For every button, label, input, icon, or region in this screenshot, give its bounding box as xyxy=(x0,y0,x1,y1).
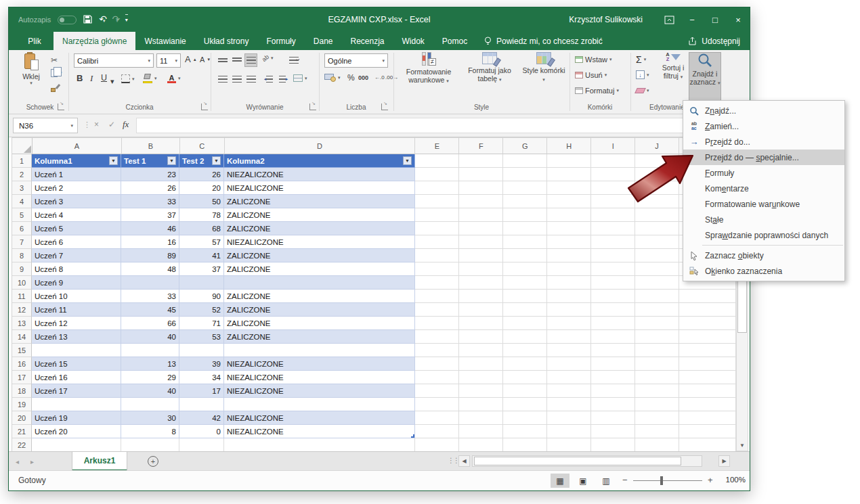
cell-A20[interactable]: Uczeń 19 xyxy=(32,411,121,425)
cell-J10[interactable] xyxy=(635,276,679,290)
tab-uk-ad-strony[interactable]: Układ strony xyxy=(195,32,258,50)
cell-J17[interactable] xyxy=(635,371,679,384)
undo-button[interactable]: ↶▾ xyxy=(99,14,105,26)
zoom-level[interactable]: 100% xyxy=(714,476,746,484)
cell-F9[interactable] xyxy=(459,262,503,276)
maximize-button[interactable]: □ xyxy=(704,7,727,32)
cell-G19[interactable] xyxy=(503,398,547,411)
cell-G6[interactable] xyxy=(503,222,547,235)
row-header-8[interactable]: 8 xyxy=(12,249,32,262)
cell-A4[interactable]: Uczeń 3 xyxy=(32,195,121,208)
cell-F6[interactable] xyxy=(459,222,503,235)
cell-A9[interactable]: Uczeń 8 xyxy=(32,262,121,276)
cell-E8[interactable] xyxy=(415,249,459,262)
cell-J14[interactable] xyxy=(635,330,679,344)
cell-K15[interactable] xyxy=(679,344,736,357)
cell-F18[interactable] xyxy=(459,384,503,398)
cell-C12[interactable]: 52 xyxy=(179,303,224,317)
font-size-combo[interactable]: 11▾ xyxy=(156,53,181,68)
cell-B6[interactable]: 46 xyxy=(121,222,179,235)
cell-I17[interactable] xyxy=(591,371,635,384)
cell-B13[interactable]: 66 xyxy=(121,317,179,330)
clear-button[interactable]: ▾ xyxy=(636,88,649,93)
cell-B12[interactable]: 45 xyxy=(121,303,179,317)
cell-I5[interactable] xyxy=(591,208,635,222)
cell-A3[interactable]: Uczeń 2 xyxy=(32,181,121,195)
tab-file[interactable]: Plik xyxy=(17,32,52,50)
cell-H22[interactable] xyxy=(547,438,591,452)
cell-F11[interactable] xyxy=(459,290,503,303)
cell-J8[interactable] xyxy=(635,249,679,262)
fill-color-button[interactable]: ▾ xyxy=(143,74,157,83)
cell-G18[interactable] xyxy=(503,384,547,398)
zoom-out-button[interactable]: − xyxy=(622,475,628,485)
cell-G17[interactable] xyxy=(503,371,547,384)
clipboard-dialog-launcher[interactable] xyxy=(58,104,64,110)
cell-J19[interactable] xyxy=(635,398,679,411)
cell-B3[interactable]: 26 xyxy=(121,181,179,195)
cell-A17[interactable]: Uczeń 16 xyxy=(32,371,121,384)
tab-narz-dzia-g-wne[interactable]: Narzędzia główne xyxy=(53,32,135,50)
cell-I18[interactable] xyxy=(591,384,635,398)
underline-button[interactable]: U xyxy=(101,73,107,83)
align-middle-button[interactable] xyxy=(230,53,243,67)
cell-H10[interactable] xyxy=(547,276,591,290)
sheet-nav-next-icon[interactable]: ▸ xyxy=(30,452,34,471)
tab-formu-y[interactable]: Formuły xyxy=(257,32,304,50)
row-header-12[interactable]: 12 xyxy=(12,303,32,317)
cell-C9[interactable]: 37 xyxy=(179,262,224,276)
cell-B20[interactable]: 30 xyxy=(121,411,179,425)
cell-E6[interactable] xyxy=(415,222,459,235)
align-bottom-button[interactable] xyxy=(244,53,257,67)
shrink-font-button[interactable]: A▼ xyxy=(200,55,211,64)
cell-E12[interactable] xyxy=(415,303,459,317)
menu-item-zamień[interactable]: abacZamień... xyxy=(683,118,844,134)
cell-A7[interactable]: Uczeń 6 xyxy=(32,235,121,249)
cell-D14[interactable]: ZALICZONE xyxy=(224,330,415,344)
cell-F17[interactable] xyxy=(459,371,503,384)
name-box[interactable]: N36▾ xyxy=(13,118,78,133)
cell-D19[interactable] xyxy=(224,398,415,411)
cell-E20[interactable] xyxy=(415,411,459,425)
cell-J18[interactable] xyxy=(635,384,679,398)
cell-E9[interactable] xyxy=(415,262,459,276)
row-header-18[interactable]: 18 xyxy=(12,384,32,398)
cell-E5[interactable] xyxy=(415,208,459,222)
hscroll-right-icon[interactable]: ▶ xyxy=(718,455,730,467)
sheet-tab-arkusz1[interactable]: Arkusz1 xyxy=(72,452,127,471)
cell-J15[interactable] xyxy=(635,344,679,357)
save-icon[interactable] xyxy=(83,15,92,25)
cell-H21[interactable] xyxy=(547,425,591,438)
borders-button[interactable]: ▾ xyxy=(121,74,135,83)
cell-I21[interactable] xyxy=(591,425,635,438)
column-header-H[interactable]: H xyxy=(547,138,591,154)
cell-B15[interactable] xyxy=(121,344,179,357)
delete-cells-button[interactable]: Usuń▾ xyxy=(575,71,607,79)
new-sheet-button[interactable]: + xyxy=(148,456,158,467)
cell-H12[interactable] xyxy=(547,303,591,317)
cell-K14[interactable] xyxy=(679,330,736,344)
column-header-C[interactable]: C xyxy=(180,138,225,154)
cell-A19[interactable] xyxy=(32,398,121,411)
row-header-3[interactable]: 3 xyxy=(12,181,32,195)
cell-B10[interactable] xyxy=(121,276,179,290)
italic-button[interactable]: I xyxy=(90,73,93,84)
cell-C6[interactable]: 68 xyxy=(179,222,224,235)
cell-C16[interactable]: 39 xyxy=(179,357,224,371)
cell-D22[interactable] xyxy=(224,438,415,452)
cell-J9[interactable] xyxy=(635,262,679,276)
insert-cells-button[interactable]: Wstaw▾ xyxy=(575,55,612,64)
cell-G15[interactable] xyxy=(503,344,547,357)
cut-button[interactable]: ✂ xyxy=(51,55,58,65)
cell-C8[interactable]: 41 xyxy=(179,249,224,262)
row-header-9[interactable]: 9 xyxy=(12,262,32,276)
cell-K21[interactable] xyxy=(679,425,736,438)
row-header-19[interactable]: 19 xyxy=(12,398,32,411)
cell-I16[interactable] xyxy=(591,357,635,371)
increase-decimal-button[interactable]: ←.0 xyxy=(374,74,385,81)
cell-H9[interactable] xyxy=(547,262,591,276)
number-format-combo[interactable]: Ogólne▾ xyxy=(324,53,388,68)
cell-D16[interactable]: NIEZALICZONE xyxy=(224,357,415,371)
cell-E18[interactable] xyxy=(415,384,459,398)
cell-E3[interactable] xyxy=(415,181,459,195)
